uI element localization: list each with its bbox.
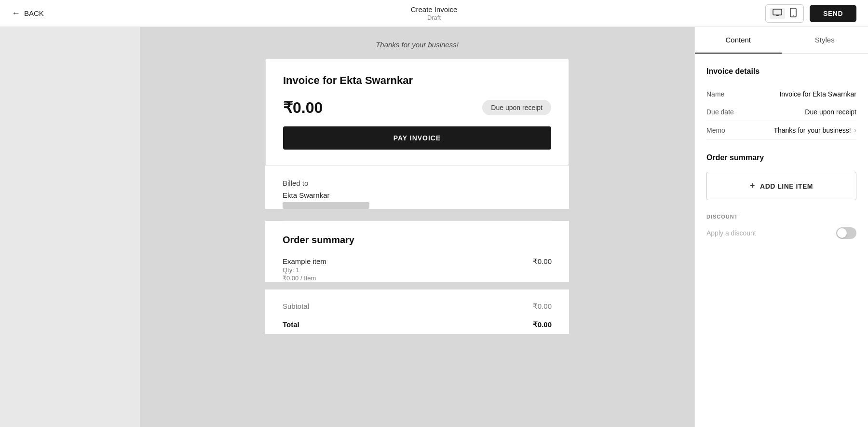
detail-row-name: Name Invoice for Ekta Swarnkar	[706, 85, 856, 103]
left-spacer	[0, 27, 140, 427]
line-item-total: ₹0.00	[533, 257, 552, 266]
name-value: Invoice for Ekta Swarnkar	[779, 90, 856, 98]
total-label: Total	[283, 320, 299, 329]
panel-order-summary: Order summary + ADD LINE ITEM	[706, 153, 856, 200]
due-badge: Due upon receipt	[482, 100, 551, 115]
total-value: ₹0.00	[533, 320, 552, 329]
topbar-right: SEND	[765, 4, 856, 23]
panel-content: Invoice details Name Invoice for Ekta Sw…	[695, 54, 868, 427]
back-button[interactable]: ← BACK	[12, 8, 44, 18]
toggle-knob	[837, 228, 847, 238]
name-label: Name	[706, 90, 724, 98]
discount-row: Apply a discount	[706, 227, 856, 239]
topbar: ← BACK Create Invoice Draft SEND	[0, 0, 868, 27]
detail-row-memo[interactable]: Memo Thanks for your business! ›	[706, 121, 856, 140]
memo-label: Memo	[706, 126, 725, 134]
desktop-view-icon[interactable]	[770, 8, 785, 19]
panel-order-summary-title: Order summary	[706, 153, 856, 162]
memo-value-row: Thanks for your business! ›	[773, 126, 856, 135]
mobile-view-icon[interactable]	[787, 7, 800, 20]
total-row: Total ₹0.00	[283, 316, 552, 334]
send-button[interactable]: SEND	[810, 5, 856, 22]
line-item-unit-price: ₹0.00 / Item	[283, 275, 326, 282]
due-date-label: Due date	[706, 108, 734, 116]
subtotal-value: ₹0.00	[533, 302, 552, 311]
discount-section: DISCOUNT Apply a discount	[706, 214, 856, 239]
billed-name: Ekta Swarnkar	[283, 191, 552, 199]
billed-to-label: Billed to	[283, 179, 552, 187]
line-item-qty: Qty: 1	[283, 266, 326, 274]
pay-invoice-button[interactable]: PAY INVOICE	[283, 126, 551, 150]
svg-rect-0	[773, 9, 782, 15]
topbar-center: Create Invoice Draft	[411, 5, 458, 22]
invoice-card-header: Invoice for Ekta Swarnkar ₹0.00 Due upon…	[265, 58, 569, 165]
add-line-item-label: ADD LINE ITEM	[760, 182, 813, 190]
invoice-amount: ₹0.00	[283, 98, 323, 117]
invoice-amount-row: ₹0.00 Due upon receipt	[283, 98, 551, 117]
main-layout: Thanks for your business! Invoice for Ek…	[0, 27, 868, 427]
line-item-name: Example item	[283, 257, 326, 265]
back-label: BACK	[24, 9, 44, 17]
canvas-area: Thanks for your business! Invoice for Ek…	[140, 27, 694, 427]
invoice-details-title: Invoice details	[706, 67, 856, 76]
topbar-subtitle: Draft	[411, 14, 458, 22]
subtotal-row: Subtotal ₹0.00	[283, 297, 552, 316]
table-row: Example item Qty: 1 ₹0.00 / Item ₹0.00	[283, 257, 552, 282]
discount-section-label: DISCOUNT	[706, 214, 856, 220]
back-arrow-icon: ←	[12, 8, 20, 18]
billed-email-blurred	[283, 202, 369, 209]
tab-styles[interactable]: Styles	[782, 27, 868, 54]
memo-value: Thanks for your business!	[773, 126, 851, 134]
panel-tabs: Content Styles	[695, 27, 868, 54]
billed-section: Billed to Ekta Swarnkar	[265, 165, 569, 209]
chevron-right-icon: ›	[854, 126, 856, 135]
order-summary-title: Order summary	[283, 234, 552, 246]
invoice-title: Invoice for Ekta Swarnkar	[283, 74, 551, 87]
detail-row-due-date: Due date Due upon receipt	[706, 103, 856, 121]
invoice-wrapper: Thanks for your business! Invoice for Ek…	[265, 27, 569, 408]
plus-icon: +	[750, 181, 755, 191]
right-panel: Content Styles Invoice details Name Invo…	[694, 27, 868, 427]
topbar-title: Create Invoice	[411, 5, 458, 14]
order-summary-section: Order summary Example item Qty: 1 ₹0.00 …	[265, 221, 569, 282]
invoice-memo: Thanks for your business!	[265, 27, 569, 58]
device-toggle	[765, 4, 804, 23]
svg-point-4	[793, 15, 794, 16]
subtotals-section: Subtotal ₹0.00 Total ₹0.00	[265, 289, 569, 334]
due-date-value: Due upon receipt	[805, 108, 856, 116]
discount-toggle[interactable]	[836, 227, 856, 239]
subtotal-label: Subtotal	[283, 302, 309, 311]
line-item-details: Example item Qty: 1 ₹0.00 / Item	[283, 257, 326, 282]
apply-discount-label: Apply a discount	[706, 229, 756, 237]
add-line-item-button[interactable]: + ADD LINE ITEM	[706, 172, 856, 200]
tab-content[interactable]: Content	[695, 27, 782, 54]
